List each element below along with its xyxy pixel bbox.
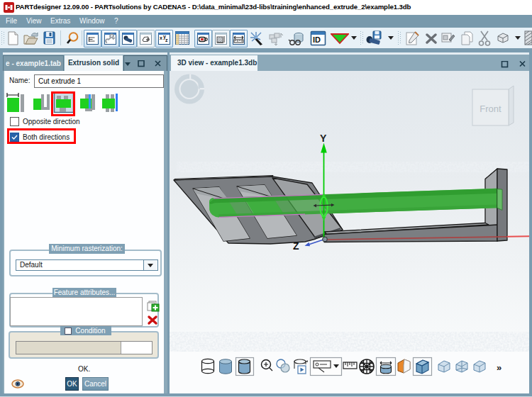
svg-text:x: x	[160, 35, 162, 40]
svg-text:z: z	[165, 38, 168, 43]
svg-text:ID: ID	[313, 35, 321, 44]
svg-text:Z: Z	[293, 240, 299, 252]
svg-text:»: »	[497, 362, 501, 373]
svg-text:Y: Y	[320, 133, 327, 144]
svg-text:Front: Front	[480, 104, 501, 114]
